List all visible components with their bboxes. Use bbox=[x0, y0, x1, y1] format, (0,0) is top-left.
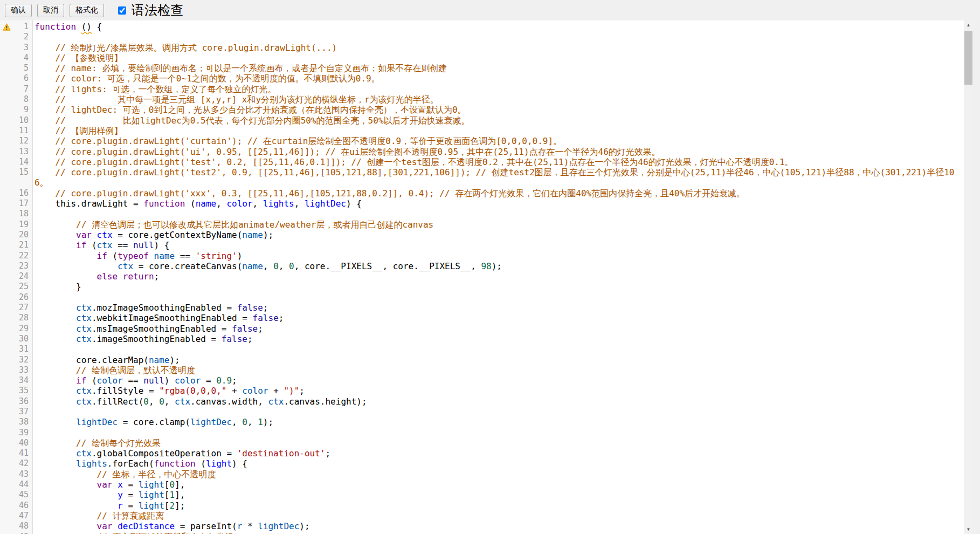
code-line[interactable]: 44 var x = light[0], bbox=[0, 480, 964, 490]
code-line[interactable]: 12 // core.plugin.drawLight('curtain'); … bbox=[0, 136, 964, 146]
code-line[interactable]: 20 var ctx = core.getContextByName(name)… bbox=[0, 230, 964, 240]
code-line[interactable]: 18 bbox=[0, 209, 964, 219]
code-line[interactable]: 14 // core.plugin.drawLight('test', 0.2,… bbox=[0, 157, 964, 167]
line-text[interactable]: // 其中每一项是三元组 [x,y,r] x和y分别为该灯光的横纵坐标，r为该灯… bbox=[32, 94, 964, 105]
scrollbar-thumb[interactable] bbox=[964, 31, 972, 85]
code-line[interactable]: 29 ctx.msImageSmoothingEnabled = false; bbox=[0, 324, 964, 334]
line-text[interactable]: } bbox=[32, 282, 964, 292]
line-text[interactable]: lights.forEach(function (light) { bbox=[32, 458, 964, 469]
code-line[interactable]: 31 bbox=[0, 344, 964, 354]
code-line[interactable]: 30 ctx.imageSmoothingEnabled = false; bbox=[0, 334, 964, 344]
code-line[interactable]: 39 bbox=[0, 428, 964, 438]
line-text[interactable]: // name: 必填，要绘制到的画布名；可以是一个系统画布，或者是个自定义画布… bbox=[32, 63, 964, 73]
syntax-check-checkbox[interactable] bbox=[118, 6, 126, 15]
line-text[interactable]: function () { bbox=[32, 22, 964, 32]
code-line[interactable]: 36 ctx.fillRect(0, 0, ctx.canvas.width, … bbox=[0, 396, 964, 407]
code-line[interactable]: 27 ctx.mozImageSmoothingEnabled = false; bbox=[0, 303, 964, 313]
code-line[interactable]: 1function () { bbox=[0, 22, 964, 32]
line-text[interactable]: core.clearMap(name); bbox=[32, 355, 964, 365]
code-line[interactable]: 13 // core.plugin.drawLight('ui', 0.95, … bbox=[0, 147, 964, 157]
code-line[interactable]: 21 if (ctx == null) { bbox=[0, 240, 964, 250]
line-text[interactable]: // 【调用样例】 bbox=[32, 126, 964, 136]
code-line[interactable]: 8 // 其中每一项是三元组 [x,y,r] x和y分别为该灯光的横纵坐标，r为… bbox=[0, 94, 964, 105]
line-text[interactable]: this.drawLight = function (name, color, … bbox=[32, 198, 964, 209]
cancel-button[interactable]: 取消 bbox=[37, 4, 64, 17]
line-text[interactable]: // core.plugin.drawLight('test', 0.2, [[… bbox=[32, 157, 964, 167]
code-line[interactable]: 38 lightDec = core.clamp(lightDec, 0, 1)… bbox=[0, 417, 964, 427]
code-line[interactable]: 22 if (typeof name == 'string') bbox=[0, 251, 964, 261]
line-text[interactable]: // 绘制色调层，默认不透明度 bbox=[32, 365, 964, 375]
code-line[interactable]: 2 bbox=[0, 32, 964, 42]
line-text[interactable]: y = light[1], bbox=[32, 490, 964, 500]
line-text[interactable]: ctx.fillRect(0, 0, ctx.canvas.width, ctx… bbox=[32, 396, 964, 407]
line-text[interactable]: // lightDec: 可选，0到1之间，光从多少百分比才开始衰减（在此范围内… bbox=[32, 105, 964, 115]
scroll-down-button[interactable]: ▼ bbox=[964, 525, 973, 534]
code-line[interactable]: 35 ctx.fillStyle = "rgba(0,0,0," + color… bbox=[0, 386, 964, 396]
line-text[interactable]: // 比如lightDec为0.5代表，每个灯光部分内圈50%的范围全亮，50%… bbox=[32, 115, 964, 126]
confirm-button[interactable]: 确认 bbox=[5, 4, 32, 17]
code-line[interactable]: 32 core.clearMap(name); bbox=[0, 355, 964, 365]
code-line[interactable]: 28 ctx.webkitImageSmoothingEnabled = fal… bbox=[0, 313, 964, 323]
code-line[interactable]: 6 // color: 可选，只能是一个0~1之间的数，为不透明度的值。不填则默… bbox=[0, 73, 964, 84]
code-line[interactable]: 49 // 正方形区域的直径和左上角坐标 bbox=[0, 532, 964, 534]
line-text[interactable]: ctx.mozImageSmoothingEnabled = false; bbox=[32, 303, 964, 313]
line-text[interactable]: // 绘制灯光/漆黑层效果。调用方式 core.plugin.drawLight… bbox=[32, 43, 964, 53]
code-editor[interactable]: 1function () {23 // 绘制灯光/漆黑层效果。调用方式 core… bbox=[0, 20, 973, 534]
code-line[interactable]: 11 // 【调用样例】 bbox=[0, 126, 964, 136]
code-line[interactable]: 25 } bbox=[0, 282, 964, 292]
line-text[interactable] bbox=[32, 407, 964, 417]
code-line[interactable]: 7 // lights: 可选，一个数组，定义了每个独立的灯光。 bbox=[0, 84, 964, 94]
line-text[interactable]: ctx = core.createCanvas(name, 0, 0, core… bbox=[32, 261, 964, 271]
line-text[interactable]: else return; bbox=[32, 271, 964, 282]
scroll-up-button[interactable]: ▲ bbox=[964, 20, 973, 30]
code-line[interactable]: 10 // 比如lightDec为0.5代表，每个灯光部分内圈50%的范围全亮，… bbox=[0, 115, 964, 126]
code-line[interactable]: 17 this.drawLight = function (name, colo… bbox=[0, 198, 964, 209]
line-text[interactable]: // 计算衰减距离 bbox=[32, 511, 964, 521]
code-line[interactable]: 33 // 绘制色调层，默认不透明度 bbox=[0, 365, 964, 375]
code-line[interactable]: 23 ctx = core.createCanvas(name, 0, 0, c… bbox=[0, 261, 964, 271]
line-text[interactable]: // core.plugin.drawLight('test2', 0.9, [… bbox=[32, 167, 964, 188]
code-line[interactable]: 4 // 【参数说明】 bbox=[0, 53, 964, 63]
code-line[interactable]: 43 // 坐标，半径，中心不透明度 bbox=[0, 469, 964, 480]
code-line[interactable]: 47 // 计算衰减距离 bbox=[0, 511, 964, 521]
line-text[interactable]: // 坐标，半径，中心不透明度 bbox=[32, 469, 964, 480]
code-line[interactable]: 42 lights.forEach(function (light) { bbox=[0, 458, 964, 469]
line-text[interactable]: // color: 可选，只能是一个0~1之间的数，为不透明度的值。不填则默认为… bbox=[32, 73, 964, 84]
line-text[interactable]: var decDistance = parseInt(r * lightDec)… bbox=[32, 521, 964, 531]
code-line[interactable]: 15 // core.plugin.drawLight('test2', 0.9… bbox=[0, 167, 964, 188]
line-text[interactable]: // core.plugin.drawLight('xxx', 0.3, [[2… bbox=[32, 188, 964, 198]
line-text[interactable]: ctx.webkitImageSmoothingEnabled = false; bbox=[32, 313, 964, 323]
code-line[interactable]: 5 // name: 必填，要绘制到的画布名；可以是一个系统画布，或者是个自定义… bbox=[0, 63, 964, 73]
line-text[interactable] bbox=[32, 32, 964, 42]
line-text[interactable]: // 【参数说明】 bbox=[32, 53, 964, 63]
line-text[interactable]: lightDec = core.clamp(lightDec, 0, 1); bbox=[32, 417, 964, 427]
line-text[interactable]: if (color == null) color = 0.9; bbox=[32, 375, 964, 386]
line-text[interactable]: // core.plugin.drawLight('ui', 0.95, [[2… bbox=[32, 147, 964, 157]
code-line[interactable]: 48 var decDistance = parseInt(r * lightD… bbox=[0, 521, 964, 531]
line-text[interactable]: ctx.globalCompositeOperation = 'destinat… bbox=[32, 448, 964, 458]
code-line[interactable]: 37 bbox=[0, 407, 964, 417]
vertical-scrollbar[interactable]: ▲ ▼ bbox=[964, 20, 973, 534]
line-text[interactable]: // 正方形区域的直径和左上角坐标 bbox=[32, 532, 964, 534]
line-text[interactable]: r = light[2]; bbox=[32, 501, 964, 511]
code-line[interactable]: 46 r = light[2]; bbox=[0, 501, 964, 511]
code-line[interactable]: 19 // 清空色调层；也可以修改成其它层比如animate/weather层，… bbox=[0, 220, 964, 230]
line-text[interactable] bbox=[32, 209, 964, 219]
line-text[interactable]: // lights: 可选，一个数组，定义了每个独立的灯光。 bbox=[32, 84, 964, 94]
line-text[interactable]: var ctx = core.getContextByName(name); bbox=[32, 230, 964, 240]
line-text[interactable] bbox=[32, 428, 964, 438]
line-text[interactable] bbox=[32, 292, 964, 303]
code-line[interactable]: 26 bbox=[0, 292, 964, 303]
format-button[interactable]: 格式化 bbox=[70, 4, 104, 17]
code-line[interactable]: 41 ctx.globalCompositeOperation = 'desti… bbox=[0, 448, 964, 458]
line-text[interactable]: ctx.msImageSmoothingEnabled = false; bbox=[32, 324, 964, 334]
line-text[interactable]: // core.plugin.drawLight('curtain'); // … bbox=[32, 136, 964, 146]
line-text[interactable]: if (ctx == null) { bbox=[32, 240, 964, 250]
code-line[interactable]: 45 y = light[1], bbox=[0, 490, 964, 500]
code-line[interactable]: 3 // 绘制灯光/漆黑层效果。调用方式 core.plugin.drawLig… bbox=[0, 43, 964, 53]
line-text[interactable] bbox=[32, 344, 964, 354]
code-area[interactable]: 1function () {23 // 绘制灯光/漆黑层效果。调用方式 core… bbox=[0, 20, 964, 534]
line-text[interactable]: // 清空色调层；也可以修改成其它层比如animate/weather层，或者用… bbox=[32, 220, 964, 230]
line-text[interactable]: if (typeof name == 'string') bbox=[32, 251, 964, 261]
code-line[interactable]: 9 // lightDec: 可选，0到1之间，光从多少百分比才开始衰减（在此范… bbox=[0, 105, 964, 115]
